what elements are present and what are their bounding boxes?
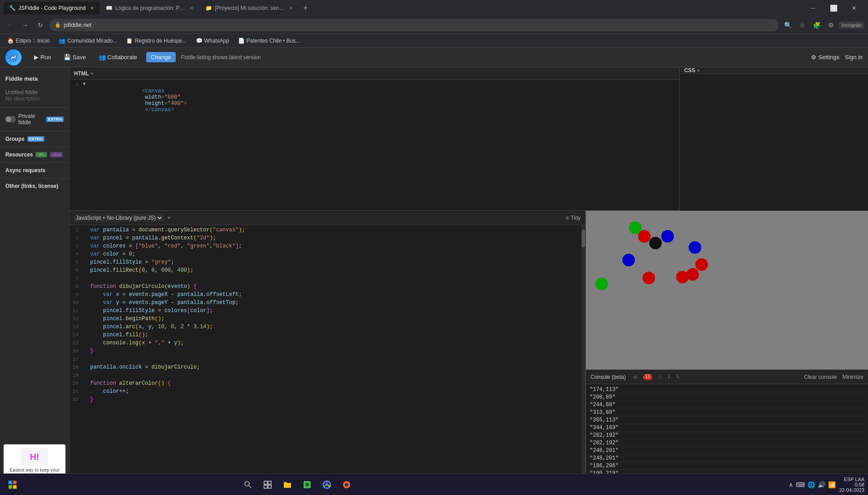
- chevron-up-icon[interactable]: ∧: [789, 481, 793, 488]
- sidebar-fiddle-name[interactable]: Untitled fiddle: [5, 89, 64, 96]
- line-num: 17: [69, 356, 83, 362]
- svg-point-5: [245, 482, 249, 486]
- sidebar-groups[interactable]: Groups EXTRA: [0, 134, 69, 144]
- canvas-dot: [689, 241, 701, 254]
- bookmark-whatsapp[interactable]: 💬 WhatsApp: [192, 37, 233, 45]
- bookmark-comunidad[interactable]: 👥 Comunidad Mirado...: [55, 37, 121, 45]
- line-num: 20: [69, 380, 83, 386]
- clear-console-button[interactable]: Clear console: [804, 374, 837, 380]
- bookmark-label: WhatsApp: [204, 38, 229, 44]
- css-editor-body[interactable]: [680, 74, 868, 217]
- volume-icon[interactable]: 🔊: [818, 481, 825, 488]
- taskbar-clock[interactable]: ESP LAA 0:58 22-04-2023: [839, 477, 864, 493]
- run-button[interactable]: ▶ Run: [30, 52, 55, 62]
- change-button[interactable]: Change: [146, 52, 176, 62]
- bookmark-registro[interactable]: 📋 Registro de Huéspe...: [122, 37, 190, 45]
- bookmark-patentes[interactable]: 📄 Patentes Chile • Bus...: [234, 37, 304, 45]
- taskbar-file-explorer[interactable]: [278, 476, 296, 494]
- console-title: Console (beta): [590, 374, 626, 380]
- collaborate-label: Collaborate: [108, 54, 138, 61]
- private-toggle[interactable]: [5, 116, 16, 122]
- collaborate-button[interactable]: 👥 Collaborate: [95, 52, 141, 62]
- back-button[interactable]: ←: [4, 19, 16, 31]
- console-line: "208,89": [590, 394, 864, 401]
- bookmarks-bar: 🏠 Edipro :: Inicio 👥 Comunidad Mirado...…: [0, 34, 868, 48]
- code-line: 20 function alterarColor() {: [69, 380, 585, 388]
- folder-icon: [283, 480, 292, 489]
- taskbar-right: ∧ ⌨ 🌐 🔊 📶 ESP LAA 0:58 22-04-2023: [789, 477, 864, 493]
- lens-button[interactable]: 🔍: [781, 19, 794, 31]
- line-num: 21: [69, 388, 83, 394]
- jsfiddle-toolbar: ▶ Run 💾 Save 👥 Collaborate Change Fiddle…: [0, 48, 868, 67]
- close-button[interactable]: ✕: [844, 0, 864, 16]
- taskbar-firefox[interactable]: [338, 476, 356, 494]
- svg-rect-2: [13, 481, 17, 484]
- css-dropdown-icon[interactable]: ▾: [697, 67, 700, 74]
- new-tab-button[interactable]: +: [299, 4, 312, 13]
- html-dropdown-icon[interactable]: ▾: [91, 70, 93, 77]
- minimize-button[interactable]: ─: [803, 0, 823, 16]
- tab-close[interactable]: ✕: [190, 5, 194, 11]
- bookmark-label: Registro de Huéspe...: [135, 38, 187, 44]
- top-editors: HTML ▾ 1 ▼ <canvas width="600" height="4…: [69, 67, 868, 211]
- sidebar-other[interactable]: Other (links, license): [0, 181, 69, 191]
- settings-button[interactable]: ⚙: [825, 19, 837, 31]
- svg-point-12: [305, 483, 309, 486]
- taskbar-minesweeper[interactable]: [298, 476, 316, 494]
- save-button[interactable]: 💾 Save: [60, 52, 90, 62]
- line-num: 16: [69, 348, 83, 354]
- refresh-button[interactable]: ↻: [34, 19, 47, 31]
- html-editor-body[interactable]: 1 ▼ <canvas width="600" height="400"> </…: [69, 80, 679, 210]
- toolbar-right: ⚙ Settings Sign in: [811, 54, 863, 61]
- tab-favicon: 📖: [106, 5, 113, 11]
- js-lang-select[interactable]: JavaScript + No-Library (pure JS): [74, 214, 163, 221]
- tab-proyecto[interactable]: 📁 [Proyecto] Mi solución: sencillo p ✕: [200, 2, 299, 14]
- signin-button[interactable]: Sign in: [845, 54, 863, 61]
- taskbar-chrome[interactable]: [318, 476, 336, 494]
- tidy-button[interactable]: ≡ Tidy: [566, 215, 581, 221]
- tab-logica[interactable]: 📖 Lógica de programación: Practic... ✕: [100, 2, 199, 14]
- result-canvas[interactable]: [586, 211, 868, 369]
- tab-jsfiddle[interactable]: 🔧 JSFiddle - Code Playground ✕: [4, 2, 100, 14]
- canvas-dot: [649, 237, 662, 249]
- bookmark-icon: 📋: [126, 38, 133, 44]
- restore-button[interactable]: ⬜: [823, 0, 844, 16]
- run-label: Run: [40, 54, 51, 61]
- line-content: console.log(x + "," + y);: [90, 340, 585, 346]
- minimize-console-button[interactable]: Minimize: [842, 374, 864, 380]
- line-content: }: [90, 396, 585, 403]
- js-dropdown-icon[interactable]: ▾: [168, 214, 171, 221]
- editor-scrollbar[interactable]: [582, 225, 585, 495]
- bookmark-edipro[interactable]: 🏠 Edipro :: Inicio: [4, 37, 53, 45]
- canvas-dot: [622, 254, 635, 266]
- bookmark-button[interactable]: ☆: [796, 19, 808, 31]
- keyboard-icon[interactable]: ⌨: [796, 481, 805, 488]
- network-icon[interactable]: 🌐: [807, 481, 815, 488]
- groups-extra-badge: EXTRA: [27, 136, 45, 142]
- forward-button[interactable]: →: [19, 19, 31, 31]
- console-info-icon: ℹ: [668, 374, 670, 380]
- js-editor-body[interactable]: 1 var pantalla = document.querySelector(…: [69, 225, 585, 495]
- sidebar-no-description[interactable]: No description: [5, 96, 64, 102]
- extension-button[interactable]: 🧩: [810, 19, 823, 31]
- taskbar-search[interactable]: [239, 476, 257, 494]
- settings-button[interactable]: ⚙ Settings: [811, 54, 839, 61]
- code-line: 22 }: [69, 396, 585, 404]
- address-bar[interactable]: 🔒 jsfiddle.net: [49, 19, 779, 31]
- tab-close[interactable]: ✕: [90, 5, 94, 11]
- wifi-icon[interactable]: 📶: [828, 481, 836, 488]
- line-content: color++;: [90, 388, 585, 395]
- scrollbar-thumb[interactable]: [582, 230, 585, 248]
- sidebar-async[interactable]: Async requests: [0, 165, 69, 175]
- canvas-dot: [629, 221, 642, 234]
- line-num: 15: [69, 340, 83, 346]
- line-content: function alterarColor() {: [90, 380, 585, 386]
- tidy-icon: ≡: [566, 215, 569, 221]
- taskbar-task-view[interactable]: [259, 476, 277, 494]
- bookmark-label: Edipro :: Inicio: [16, 38, 50, 44]
- start-button[interactable]: [4, 476, 22, 494]
- code-line: 4 var color = 0;: [69, 251, 585, 259]
- code-line: 9 var x = evento.pageX - pantalla.offset…: [69, 291, 585, 300]
- tab-close[interactable]: ✕: [289, 5, 293, 11]
- sidebar-resources[interactable]: Resources URL cdnjs: [0, 150, 69, 160]
